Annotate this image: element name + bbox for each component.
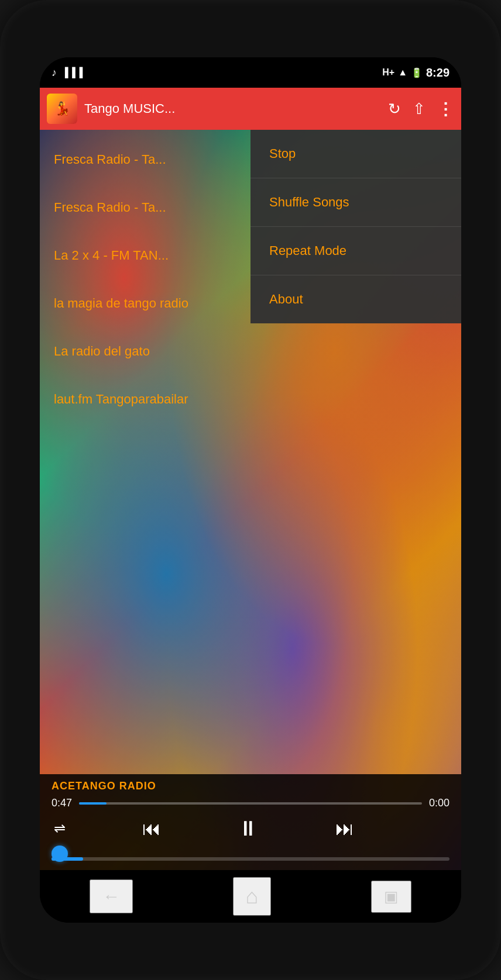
progress-row: 0:47 0:00 [40,795,461,812]
main-content: Fresca Radio - Ta... Fresca Radio - Ta..… [40,130,461,870]
phone-screen: ♪ ▐▐▐ H+ ▲ 🔋 8:29 💃 Tango MUSIC... ↻ ⇧ ⋮ [40,57,461,923]
shuffle-button[interactable]: ⇌ [54,820,66,837]
more-options-icon[interactable]: ⋮ [437,99,454,119]
clock: 8:29 [426,66,449,80]
music-icon: ♪ [52,67,57,79]
home-button[interactable]: ⌂ [233,877,272,916]
menu-item-about[interactable]: About [250,275,461,323]
status-right-icons: H+ ▲ 🔋 8:29 [382,66,449,80]
list-item[interactable]: laut.fm Tangoparabailar [40,375,461,423]
menu-item-stop[interactable]: Stop [250,130,461,178]
phone-device: ♪ ▐▐▐ H+ ▲ 🔋 8:29 💃 Tango MUSIC... ↻ ⇧ ⋮ [0,0,501,980]
status-bar: ♪ ▐▐▐ H+ ▲ 🔋 8:29 [40,57,461,88]
player-controls: ⇌ ⏮ ⏸ ⏭ [40,812,461,849]
app-logo: 💃 [47,94,77,124]
battery-icon: 🔋 [411,67,423,78]
now-playing-bar: ACETANGO RADIO 0:47 0:00 ⇌ ⏮ ⏸ ⏭ [40,774,461,870]
next-button[interactable]: ⏭ [335,818,354,840]
pause-button[interactable]: ⏸ [238,816,259,841]
previous-button[interactable]: ⏮ [142,818,161,840]
back-button[interactable]: ← [90,879,133,913]
menu-item-shuffle-songs[interactable]: Shuffle Songs [250,178,461,227]
list-item[interactable]: La radio del gato [40,327,461,375]
share-icon[interactable]: ⇧ [413,100,425,118]
signal-bars-icon: ▐▐▐ [61,67,83,78]
app-title: Tango MUSIC... [84,101,381,116]
header-icons: ↻ ⇧ ⋮ [388,99,454,119]
progress-fill [79,802,107,805]
seek-knob[interactable] [52,846,68,862]
signal-icon: ▲ [398,67,407,78]
dropdown-menu: Stop Shuffle Songs Repeat Mode About [250,130,461,323]
menu-item-repeat-mode[interactable]: Repeat Mode [250,227,461,275]
now-playing-title: ACETANGO RADIO [40,774,461,795]
status-left-icons: ♪ ▐▐▐ [52,67,83,79]
refresh-icon[interactable]: ↻ [388,100,401,118]
network-type: H+ [382,67,394,78]
progress-bar[interactable] [79,802,422,805]
time-elapsed: 0:47 [52,797,72,809]
app-header: 💃 Tango MUSIC... ↻ ⇧ ⋮ [40,88,461,130]
nav-bar: ← ⌂ ▣ [40,870,461,923]
app-logo-image: 💃 [47,94,77,124]
recents-button[interactable]: ▣ [371,881,411,913]
time-total: 0:00 [429,797,449,809]
